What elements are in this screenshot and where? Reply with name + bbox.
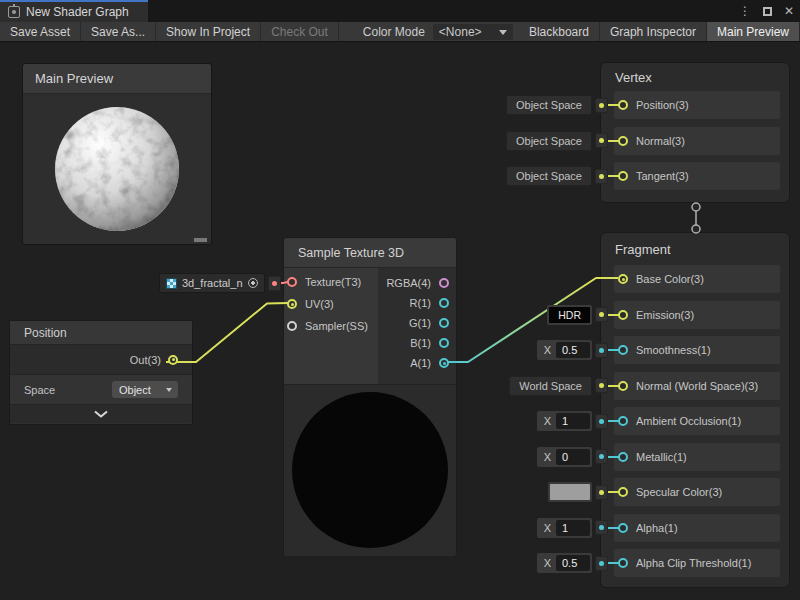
- node-title: Position: [10, 321, 192, 345]
- connector-dot-box: [595, 98, 608, 113]
- float-field[interactable]: 1: [556, 413, 590, 429]
- block-row-normal-world-space-3[interactable]: World SpaceNormal (World Space)(3): [614, 372, 780, 400]
- space-dropdown[interactable]: Object: [112, 381, 178, 398]
- port-alpha-1[interactable]: [618, 523, 628, 533]
- space-label: Space: [24, 384, 112, 396]
- connector-dot: [599, 312, 604, 317]
- maximize-icon[interactable]: [763, 7, 772, 16]
- port-b-1[interactable]: [439, 338, 449, 348]
- port-label: Texture(T3): [305, 276, 361, 288]
- node-title: Fragment: [601, 233, 789, 265]
- toolbar-button-save-as[interactable]: Save As...: [81, 22, 156, 41]
- default-input-widget: X0.5: [537, 340, 608, 360]
- graph-canvas[interactable]: Vertex Object SpacePosition(3)Object Spa…: [0, 42, 800, 600]
- float-field[interactable]: 0.5: [556, 342, 590, 358]
- color-swatch[interactable]: [550, 484, 590, 500]
- input-row-uv-3[interactable]: UV(3): [284, 293, 378, 315]
- port-dot: [291, 303, 294, 306]
- block-row-alpha-clip-threshold-1[interactable]: X0.5Alpha Clip Threshold(1): [614, 549, 780, 577]
- port-normal-3[interactable]: [618, 136, 628, 146]
- block-row-normal-3[interactable]: Object SpaceNormal(3): [614, 127, 780, 155]
- port-tangent-3[interactable]: [618, 171, 628, 181]
- hdr-field[interactable]: HDR: [549, 307, 590, 323]
- port-label: G(1): [409, 317, 431, 329]
- default-input-widget: Object Space: [506, 131, 608, 151]
- port-texture-t3[interactable]: [287, 277, 297, 287]
- position-footer: [10, 405, 192, 423]
- float-field[interactable]: 0.5: [556, 555, 590, 571]
- block-row-alpha-1[interactable]: X1Alpha(1): [614, 514, 780, 542]
- output-row-b-1[interactable]: B(1): [378, 333, 456, 353]
- vertex-fragment-link[interactable]: [692, 203, 700, 233]
- port-label: Base Color(3): [636, 273, 704, 285]
- toolbar-button-blackboard[interactable]: Blackboard: [519, 22, 600, 41]
- port-emission-3[interactable]: [618, 310, 628, 320]
- block-row-metallic-1[interactable]: X0Metallic(1): [614, 443, 780, 471]
- toolbar-button-save-asset[interactable]: Save Asset: [0, 22, 81, 41]
- main-preview-body: [23, 94, 211, 244]
- close-icon[interactable]: ✕: [784, 0, 794, 22]
- node-position[interactable]: Position Out(3) Space Object: [9, 320, 193, 425]
- output-row-a-1[interactable]: A(1): [378, 353, 456, 373]
- float-field[interactable]: 0: [556, 449, 590, 465]
- port-r-1[interactable]: [439, 298, 449, 308]
- collapse-chevron-icon[interactable]: [93, 410, 109, 418]
- port-dot: [443, 362, 446, 365]
- block-row-smoothness-1[interactable]: X0.5Smoothness(1): [614, 336, 780, 364]
- out-port[interactable]: [168, 355, 178, 365]
- port-sampler-ss[interactable]: [287, 321, 297, 331]
- toolbar-button-graph-inspector[interactable]: Graph Inspector: [600, 22, 707, 41]
- toolbar-button-show-in-project[interactable]: Show In Project: [156, 22, 261, 41]
- port-ambient-occlusion-1[interactable]: [618, 416, 628, 426]
- port-alpha-clip-threshold-1[interactable]: [618, 558, 628, 568]
- port-g-1[interactable]: [439, 318, 449, 328]
- port-smoothness-1[interactable]: [618, 345, 628, 355]
- block-row-position-3[interactable]: Object SpacePosition(3): [614, 91, 780, 119]
- chevron-down-icon: [166, 388, 172, 392]
- port-base-color-3[interactable]: [618, 274, 628, 284]
- connector-dot-box: [595, 556, 608, 571]
- block-row-emission-3[interactable]: HDREmission(3): [614, 301, 780, 329]
- port-label: B(1): [410, 337, 431, 349]
- space-pill[interactable]: Object Space: [506, 166, 592, 186]
- output-row-r-1[interactable]: R(1): [378, 293, 456, 313]
- texture-object-field[interactable]: 3d_fractal_n: [159, 273, 265, 293]
- sample-input-column: Texture(T3)UV(3)Sampler(SS): [284, 268, 378, 384]
- port-position-3[interactable]: [618, 100, 628, 110]
- toolbar-right-group: BlackboardGraph InspectorMain Preview: [519, 22, 800, 41]
- node-fragment[interactable]: Fragment Base Color(3)HDREmission(3)X0.5…: [600, 232, 790, 588]
- space-pill[interactable]: World Space: [509, 376, 592, 396]
- more-menu-icon[interactable]: ⋮: [739, 0, 751, 22]
- port-rgba-4[interactable]: [439, 278, 449, 288]
- object-picker-icon[interactable]: [248, 278, 258, 288]
- port-metallic-1[interactable]: [618, 452, 628, 462]
- input-row-sampler-ss[interactable]: Sampler(SS): [284, 315, 378, 337]
- port-a-1[interactable]: [439, 358, 449, 368]
- port-normal-world-space-3[interactable]: [618, 381, 628, 391]
- output-row-g-1[interactable]: G(1): [378, 313, 456, 333]
- block-row-specular-color-3[interactable]: Specular Color(3): [614, 478, 780, 506]
- tab-new-shader-graph[interactable]: New Shader Graph: [0, 0, 148, 22]
- space-pill[interactable]: Object Space: [506, 95, 592, 115]
- output-row-rgba-4[interactable]: RGBA(4): [378, 273, 456, 293]
- resize-handle[interactable]: [194, 238, 207, 242]
- port-uv-3[interactable]: [287, 299, 297, 309]
- toolbar-button-main-preview[interactable]: Main Preview: [707, 22, 800, 41]
- fragment-rows: Base Color(3)HDREmission(3)X0.5Smoothnes…: [601, 265, 789, 577]
- float-field[interactable]: 1: [556, 520, 590, 536]
- input-row-texture-t3[interactable]: Texture(T3): [284, 271, 378, 293]
- texture-asset-name: 3d_fractal_n: [182, 277, 243, 289]
- port-specular-color-3[interactable]: [618, 487, 628, 497]
- node-sample-texture-3d[interactable]: Sample Texture 3D Texture(T3)UV(3)Sample…: [283, 237, 457, 555]
- port-label: R(1): [410, 297, 431, 309]
- block-row-base-color-3[interactable]: Base Color(3): [614, 265, 780, 293]
- connector-dot: [599, 419, 604, 424]
- block-row-tangent-3[interactable]: Object SpaceTangent(3): [614, 162, 780, 190]
- node-vertex[interactable]: Vertex Object SpacePosition(3)Object Spa…: [600, 62, 790, 203]
- port-label: Normal (World Space)(3): [636, 380, 758, 392]
- space-pill[interactable]: Object Space: [506, 131, 592, 151]
- color-mode-dropdown[interactable]: <None>: [433, 24, 513, 40]
- space-value: Object: [119, 384, 151, 396]
- main-preview-panel[interactable]: Main Preview: [22, 63, 212, 245]
- block-row-ambient-occlusion-1[interactable]: X1Ambient Occlusion(1): [614, 407, 780, 435]
